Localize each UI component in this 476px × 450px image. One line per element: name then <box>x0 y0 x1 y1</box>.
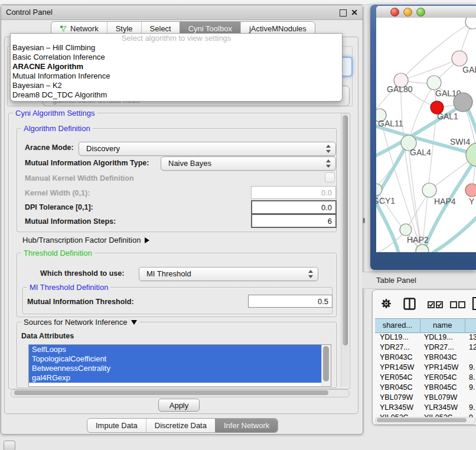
which-threshold-value: MI Threshold <box>146 269 191 278</box>
table-row[interactable]: YBR045CYBR045C9. <box>375 383 476 393</box>
mi-type-combo[interactable]: Naive Bayes <box>161 156 336 171</box>
table-cell <box>465 353 476 363</box>
bottom-tabs: Impute DataDiscretize DataInfer Network <box>87 418 278 433</box>
scrollbar-thumb[interactable] <box>377 418 467 422</box>
control-panel-titlebar[interactable]: Control Panel ✕ <box>1 5 363 20</box>
algorithm-dropdown-popup: Select algorithm to view settings Bayesi… <box>10 33 343 102</box>
node-label-gal1: GAL1 <box>437 112 458 121</box>
network-node-hap2[interactable] <box>400 224 412 236</box>
node-label-gal: GAL <box>462 65 476 74</box>
attribute-item-topologicalcoefficient[interactable]: TopologicalCoefficient <box>29 354 322 364</box>
float-window-icon[interactable] <box>340 9 347 17</box>
mi-threshold-field[interactable]: 0.5 <box>248 295 332 308</box>
data-attributes-label: Data Attributes <box>21 332 74 340</box>
dropdown-item-dream8-dc-tdc-algorithm[interactable]: Dream8 DC_TDC Algorithm <box>11 90 342 100</box>
minimized-panel-icon[interactable] <box>4 441 15 450</box>
attribute-item-gal4rgexp[interactable]: gal4RGexp <box>29 373 322 383</box>
network-window-titlebar[interactable] <box>376 6 476 18</box>
resize-cursor <box>363 218 365 223</box>
network-node[interactable] <box>454 93 472 112</box>
traffic-close-icon[interactable] <box>390 8 399 17</box>
table-cell: YDR27... <box>375 343 420 353</box>
attribute-item-selfloops[interactable]: SelfLoops <box>29 345 322 354</box>
apply-button[interactable]: Apply <box>158 399 200 412</box>
node-label-gcy1: GCY1 <box>376 196 395 206</box>
manual-kernel-checkbox[interactable] <box>325 172 335 182</box>
table-cell: 12 <box>465 343 476 353</box>
table-cell: YBR043C <box>420 353 465 363</box>
aracne-mode-combo[interactable]: Discovery <box>79 142 336 156</box>
algorithm-definition-title: Algorithm Definition <box>21 124 93 133</box>
columns-icon[interactable] <box>403 298 416 310</box>
table-cell: YDR27... <box>420 343 465 353</box>
network-view-window[interactable]: GALGAL80GAL10GAL1GAL11SWI4GAL4GCY1HAP4YH… <box>370 5 476 270</box>
network-node-swi4[interactable] <box>466 143 476 167</box>
close-icon[interactable]: ✕ <box>351 7 358 18</box>
table-row[interactable]: YBL079WYBL079W <box>375 393 476 403</box>
hub-definition-toggle[interactable]: Hub/Transcription Factor Definition <box>22 236 149 244</box>
column-header-clipped[interactable] <box>465 319 476 332</box>
unchecked-checkbox-icon[interactable] <box>450 301 457 308</box>
scrollbar-thumb[interactable] <box>343 115 348 345</box>
settings-vertical-scrollbar[interactable] <box>341 113 349 387</box>
dropdown-item-aracne-algorithm[interactable]: ARACNE Algorithm <box>11 62 342 71</box>
traffic-minimize-icon[interactable] <box>403 8 412 17</box>
tab-impute-data[interactable]: Impute Data <box>87 419 146 432</box>
checked-checkbox-icon[interactable] <box>436 301 443 308</box>
tab-discretize-data[interactable]: Discretize Data <box>146 419 215 432</box>
dropdown-item-bayesian-k2[interactable]: Bayesian – K2 <box>11 81 342 90</box>
table-horizontal-scrollbar[interactable] <box>375 417 475 425</box>
table-row[interactable]: YPR145WYPR145W9. <box>375 363 476 373</box>
kernel-width-label: Kernel Width (0,1): <box>25 189 90 197</box>
tab-infer-network[interactable]: Infer Network <box>215 419 278 432</box>
node-label-gal80: GAL80 <box>387 84 413 94</box>
dpi-tolerance-field[interactable]: 0.0 <box>251 200 337 214</box>
checked-checkbox-icon[interactable] <box>428 301 435 308</box>
dropdown-prompt: Select algorithm to view settings <box>11 34 342 43</box>
traffic-zoom-icon[interactable] <box>416 8 425 17</box>
chevron-updown-icon <box>326 144 331 154</box>
network-node-hap4[interactable] <box>422 183 436 197</box>
document-icon[interactable] <box>472 296 476 311</box>
table-row[interactable]: YDL19...YDL19...13 <box>375 332 476 343</box>
network-canvas[interactable]: GALGAL80GAL10GAL1GAL11SWI4GAL4GCY1HAP4YH… <box>376 18 476 252</box>
network-node-y[interactable] <box>465 184 476 197</box>
network-node-gcy1[interactable] <box>376 184 382 195</box>
dropdown-item-bayesian-hill-climbing[interactable]: Bayesian – Hill Climbing <box>11 43 342 53</box>
mi-steps-field[interactable]: 6 <box>251 214 337 228</box>
triangle-down-icon <box>131 320 137 325</box>
table-row[interactable]: YLR345WYLR345W9. <box>375 403 476 413</box>
table-row[interactable]: YER054CYER054C8. <box>375 373 476 383</box>
node-label-y: Y <box>469 197 475 206</box>
network-node-gal[interactable] <box>452 51 467 66</box>
gear-icon[interactable] <box>381 298 392 309</box>
unchecked-checkbox-icon[interactable] <box>458 301 465 308</box>
tab-label: Infer Network <box>224 419 269 432</box>
mi-type-label: Mutual Information Algorithm Type: <box>25 159 149 167</box>
data-attributes-list[interactable]: SelfLoopsTopologicalCoefficientBetweenne… <box>28 344 331 387</box>
mi-type-value: Naive Bayes <box>168 159 211 168</box>
column-header-name[interactable]: name <box>420 319 465 332</box>
chevron-updown-icon <box>326 159 331 168</box>
settings-horizontal-scrollbar[interactable] <box>11 389 350 397</box>
attribute-item-betweennesscentrality[interactable]: BetweennessCentrality <box>29 364 322 373</box>
table-row[interactable]: YBR043CYBR043C <box>375 353 476 363</box>
which-threshold-combo[interactable]: MI Threshold <box>139 267 318 281</box>
table-cell: YBR045C <box>420 383 465 393</box>
network-node[interactable] <box>465 18 476 29</box>
scrollbar-thumb[interactable] <box>323 346 329 381</box>
table-row[interactable]: YDR27...YDR27...12 <box>375 343 476 353</box>
dropdown-item-mutual-information-inference[interactable]: Mutual Information Inference <box>11 71 342 81</box>
aracne-mode-label: Aracne Mode: <box>25 144 74 152</box>
list-vertical-scrollbar[interactable] <box>321 345 331 386</box>
chevron-updown-icon <box>308 269 313 279</box>
node-label-hap2: HAP2 <box>407 235 429 244</box>
sources-group-toggle[interactable]: Sources for Network Inference <box>21 318 139 327</box>
network-node-gal10[interactable] <box>427 76 441 90</box>
dropdown-item-basic-correlation-inference[interactable]: Basic Correlation Inference <box>11 53 342 62</box>
column-header-shared[interactable]: shared... <box>375 319 420 332</box>
scrollbar-thumb[interactable] <box>14 390 328 395</box>
table-cell: YDL19... <box>420 332 465 343</box>
kernel-width-field[interactable]: 0.0 <box>251 186 336 199</box>
network-edge <box>408 143 422 250</box>
